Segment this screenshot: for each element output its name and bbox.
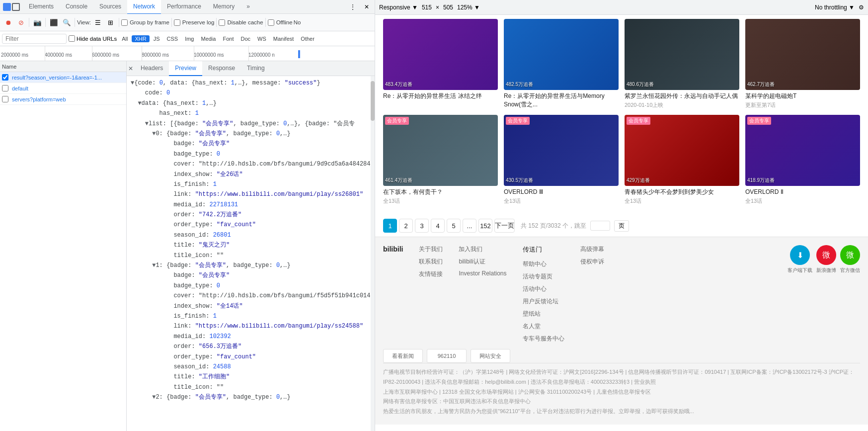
anime-card-top-3[interactable]: 462.7万追番 某科学的超电磁炮T 更新至第7话 — [745, 19, 860, 109]
anime-badge: 会员专享 — [747, 117, 771, 125]
filter-img-btn[interactable]: Img — [182, 35, 197, 42]
network-row-2[interactable]: servers?platform=web — [0, 94, 126, 105]
tab-elements[interactable]: Elements — [23, 0, 60, 14]
anime-card-top-2[interactable]: 480.6万追番 紫罗兰永恒花园外传：永远与自动手记人偶 2020-01-10上… — [625, 19, 739, 109]
footer-link-3-0[interactable]: 高级弹幕 — [580, 245, 604, 254]
anime-card-bottom-1[interactable]: 会员专享 430.5万追番 OVERLORD Ⅲ 全13话 — [504, 115, 619, 205]
footer-link-2-5[interactable]: 名人堂 — [523, 322, 564, 331]
footer-link-2-6[interactable]: 专车号服务中心 — [523, 335, 564, 343]
partner-logo-1[interactable]: 962110 — [427, 349, 467, 363]
row-checkbox-0[interactable] — [0, 74, 10, 81]
footer-social-icon-0[interactable]: ⬇ 客户端下载 — [788, 245, 812, 274]
footer-link-1-1[interactable]: bilibili认证 — [459, 258, 506, 266]
throttling-label[interactable]: No throttling ▼ — [815, 4, 855, 11]
page-btn-3[interactable]: 3 — [415, 219, 429, 233]
network-row-1[interactable]: default — [0, 83, 126, 94]
filter-other-btn[interactable]: Other — [298, 35, 317, 42]
row-checkbox-1[interactable] — [0, 85, 10, 91]
filter-input[interactable] — [2, 34, 67, 44]
anime-card-bottom-2[interactable]: 会员专享 429万追番 青春猪头少年不会梦到到梦美少女 全13话 — [625, 115, 739, 205]
group-by-frame-checkbox[interactable]: Group by frame — [121, 19, 169, 26]
page-btn-152[interactable]: 152 — [478, 219, 492, 233]
footer-link-0-0[interactable]: 关于我们 — [419, 245, 443, 254]
row-checkbox-2[interactable] — [0, 96, 10, 102]
filter-btn[interactable]: ⬛ — [48, 16, 60, 28]
footer: bilibili关于我们联系我们友情链接加入我们bilibili认证Invest… — [375, 237, 868, 425]
footer-link-2-0[interactable]: 帮助中心 — [523, 260, 564, 268]
offline-checkbox[interactable]: Offline — [268, 19, 293, 26]
anime-card-bottom-0[interactable]: 会员专享 461.4万追番 在下坂本，有何贵干？ 全13话 — [383, 115, 498, 205]
partner-logo-2[interactable]: 网站安全 — [471, 349, 510, 363]
devtools-close-btn[interactable]: ✕ — [361, 1, 373, 13]
anime-card-top-1[interactable]: 482.5万追番 Re：从零开始的异世界生活与Memory Snow(雪之... — [504, 19, 619, 109]
disable-cache-checkbox[interactable]: Disable cache — [219, 19, 263, 26]
anime-card-bottom-3[interactable]: 会员专享 418.9万追番 OVERLORD Ⅱ 全13话 — [745, 115, 860, 205]
record-btn[interactable]: ⏺ — [2, 16, 14, 28]
preview-tab-timing[interactable]: Timing — [241, 61, 271, 76]
footer-link-2-2[interactable]: 活动中心 — [523, 285, 564, 293]
filter-ws-btn[interactable]: WS — [254, 35, 269, 42]
tab-more[interactable]: » — [240, 0, 256, 14]
disable-cache-input[interactable] — [219, 19, 225, 26]
anime-card-top-0[interactable]: 483.4万追番 Re：从零开始的异世界生活 冰结之绊 — [383, 19, 498, 109]
webpage: 483.4万追番 Re：从零开始的异世界生活 冰结之绊 482.5万追番 Re：… — [375, 15, 868, 431]
zoom-label[interactable]: 125% ▼ — [457, 4, 480, 11]
footer-social-icon-2[interactable]: 微 官方微信 — [840, 245, 860, 274]
view-list-btn[interactable]: ☰ — [92, 16, 104, 28]
page-jump-input[interactable] — [590, 221, 610, 231]
filter-doc-btn[interactable]: Doc — [237, 35, 253, 42]
filter-css-btn[interactable]: CSS — [164, 35, 181, 42]
scrollbar-track[interactable] — [371, 76, 375, 431]
responsive-label[interactable]: Responsive ▼ — [379, 4, 418, 11]
page-btn-5[interactable]: 5 — [447, 219, 461, 233]
footer-link-3-1[interactable]: 侵权申诉 — [580, 258, 604, 266]
close-preview-btn[interactable]: ✕ — [127, 63, 135, 74]
partner-logo-0[interactable]: 看看新闻 — [383, 349, 423, 363]
tab-sources[interactable]: Sources — [93, 0, 127, 14]
filter-all-btn[interactable]: All — [119, 35, 131, 42]
group-by-frame-input[interactable] — [121, 19, 128, 26]
tab-memory[interactable]: Memory — [207, 0, 240, 14]
footer-link-2-3[interactable]: 用户反馈论坛 — [523, 297, 564, 306]
page-go-btn[interactable]: 页 — [614, 220, 629, 232]
preserve-log-checkbox[interactable]: Preserve log — [174, 19, 215, 26]
filter-manifest-btn[interactable]: Manifest — [270, 35, 297, 42]
footer-link-2-1[interactable]: 活动专题页 — [523, 272, 564, 281]
filter-font-btn[interactable]: Font — [220, 35, 237, 42]
anime-sub: 更新至第7话 — [745, 101, 860, 109]
view-grid-btn[interactable]: ⊞ — [105, 16, 117, 28]
preserve-log-input[interactable] — [174, 19, 180, 26]
filter-js-btn[interactable]: JS — [151, 35, 163, 42]
footer-link-0-1[interactable]: 联系我们 — [419, 258, 443, 266]
search-network-btn[interactable]: 🔍 — [61, 16, 73, 28]
tab-network[interactable]: Network — [127, 0, 161, 14]
devtools-more-btn[interactable]: ⋮ — [347, 1, 359, 13]
scrollbar-thumb[interactable] — [371, 81, 375, 121]
preview-tab-response[interactable]: Response — [202, 61, 241, 76]
hide-data-urls-input[interactable] — [69, 35, 75, 42]
page-btn-2[interactable]: 2 — [399, 219, 413, 233]
footer-link-2-4[interactable]: 壁纸站 — [523, 310, 564, 318]
footer-social-icon-1[interactable]: 微 新浪微博 — [816, 245, 836, 274]
offline-input[interactable] — [268, 19, 274, 26]
stop-btn[interactable]: ⊘ — [15, 16, 27, 28]
page-btn-1[interactable]: 1 — [383, 219, 397, 233]
settings-icon[interactable]: ⚙ — [859, 4, 864, 11]
next-page-btn[interactable]: 下一页 — [494, 219, 515, 233]
json-line-16: title: "鬼灭之刃" — [131, 240, 371, 250]
tab-performance[interactable]: Performance — [161, 0, 207, 14]
footer-link-1-2[interactable]: Investor Relations — [459, 270, 506, 277]
filter-media-btn[interactable]: Media — [198, 35, 219, 42]
filter-xhr-btn[interactable]: XHR — [132, 35, 149, 42]
tab-console[interactable]: Console — [60, 0, 93, 14]
page-btn-4[interactable]: 4 — [431, 219, 445, 233]
footer-icon-label-2: 官方微信 — [840, 267, 860, 274]
preview-tab-preview[interactable]: Preview — [169, 61, 202, 76]
camera-btn[interactable]: 📷 — [31, 16, 43, 28]
preview-tab-headers[interactable]: Headers — [135, 61, 169, 76]
network-row-0[interactable]: result?season_version=-1&area=-1... — [0, 72, 126, 83]
page-btn-...[interactable]: ... — [463, 219, 476, 233]
hide-data-urls-checkbox[interactable]: Hide data URLs — [69, 35, 117, 42]
footer-link-1-0[interactable]: 加入我们 — [459, 245, 506, 254]
footer-link-0-2[interactable]: 友情链接 — [419, 270, 443, 278]
